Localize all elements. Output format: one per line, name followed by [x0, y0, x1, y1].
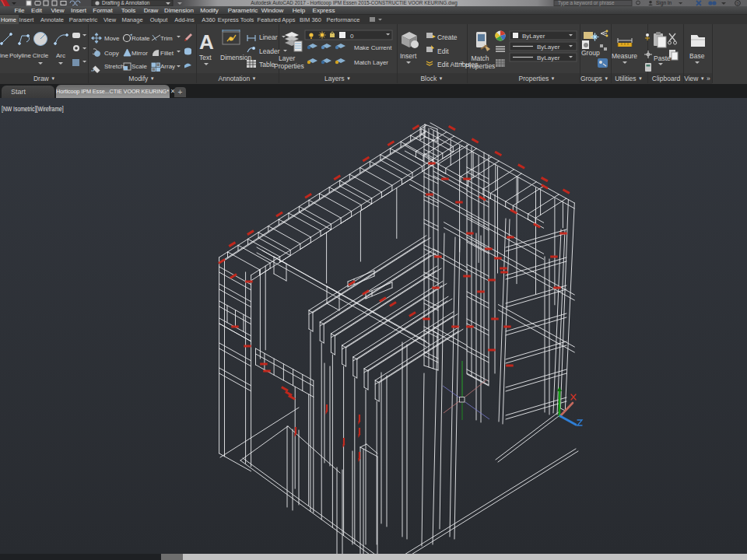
svg-text:Table: Table	[259, 61, 275, 68]
svg-text:ByLayer: ByLayer	[537, 54, 560, 61]
svg-text:Base: Base	[689, 52, 705, 60]
svg-text:Stretch: Stretch	[104, 63, 124, 70]
svg-text:Properties: Properties	[274, 62, 304, 70]
svg-text:Leader: Leader	[259, 47, 280, 55]
svg-text:Match: Match	[471, 54, 489, 62]
svg-text:Rotate: Rotate	[132, 35, 150, 42]
svg-text:Insert: Insert	[400, 52, 417, 60]
svg-text:Text: Text	[199, 54, 212, 61]
svg-text:Properties: Properties	[465, 62, 496, 70]
svg-text:0: 0	[350, 33, 354, 40]
svg-text:ByLayer: ByLayer	[537, 44, 560, 51]
svg-text:Move: Move	[104, 35, 120, 42]
svg-text:Layer: Layer	[279, 54, 295, 62]
svg-text:Circle: Circle	[33, 52, 49, 59]
svg-text:Trim: Trim	[160, 35, 173, 42]
svg-text:ByLayer: ByLayer	[522, 33, 545, 40]
svg-text:Autodesk AutoCAD 2017 - Hortic: Autodesk AutoCAD 2017 - Horticoop IPM Es…	[251, 0, 458, 6]
svg-text:Fillet: Fillet	[160, 50, 174, 57]
svg-text:ine: ine	[0, 52, 9, 59]
svg-text:Array: Array	[160, 63, 175, 70]
svg-text:Mirror: Mirror	[132, 50, 148, 57]
svg-text:Create: Create	[437, 33, 458, 41]
svg-text:Group: Group	[581, 49, 600, 57]
svg-text:Edit: Edit	[437, 47, 449, 55]
svg-text:Drafting & Annotation: Drafting & Annotation	[102, 0, 150, 6]
svg-text:Match Layer: Match Layer	[354, 59, 388, 66]
svg-text:A: A	[199, 30, 214, 54]
svg-text:Paste: Paste	[654, 54, 671, 62]
svg-text:Arc: Arc	[56, 52, 65, 59]
svg-text:Make Current: Make Current	[354, 44, 392, 51]
svg-text:Polyline: Polyline	[9, 52, 32, 59]
svg-text:Scale: Scale	[132, 63, 148, 70]
svg-text:Copy: Copy	[104, 50, 119, 57]
svg-text:Sign In: Sign In	[656, 0, 672, 6]
svg-text:Measure: Measure	[612, 52, 637, 60]
svg-text:Linear: Linear	[259, 33, 278, 41]
svg-text:Type a keyword or phrase: Type a keyword or phrase	[558, 0, 615, 6]
